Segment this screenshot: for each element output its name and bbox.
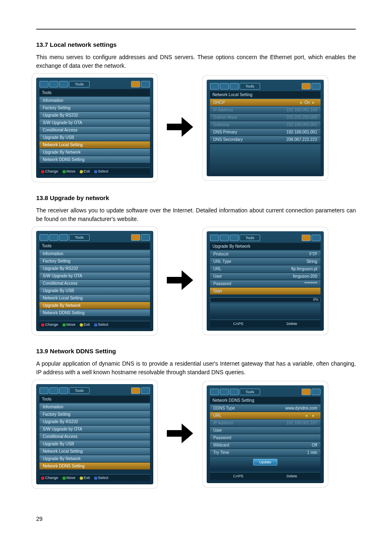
settings-row[interactable]: URL◄► bbox=[210, 412, 321, 419]
row-value: ******** bbox=[304, 281, 317, 286]
row-key: Start bbox=[213, 289, 222, 293]
settings-row[interactable]: DNS Secondary208.067.222.222 bbox=[210, 136, 321, 143]
heading-139: 13.9 Network DDNS Setting bbox=[36, 348, 356, 355]
row-key: URL Type bbox=[213, 259, 231, 264]
page-content: 13.7 Local network settings This menu se… bbox=[36, 41, 356, 501]
tools-menu-item[interactable]: Upgrade By RS232 bbox=[39, 418, 150, 426]
tools-menu-item[interactable]: S/W Upgrade by OTA bbox=[39, 119, 150, 127]
tools-menu-item[interactable]: Upgrade By Network bbox=[39, 302, 150, 309]
row-key: DDNS Type bbox=[213, 406, 235, 410]
tools-menu-item[interactable]: Network Local Setting bbox=[39, 295, 150, 302]
tools-menu-item[interactable]: Upgrade By USB bbox=[39, 134, 150, 141]
tools-panel-137: Tools Tools InformationFactory SettingUp… bbox=[36, 78, 153, 178]
chevron-left-icon[interactable]: ◄ bbox=[297, 100, 304, 105]
settings-row[interactable]: ProtocolFTP bbox=[210, 251, 321, 258]
progress-pct: 0% bbox=[313, 297, 318, 302]
tools-menu-item[interactable]: Network Local Setting bbox=[39, 448, 150, 455]
para-137: This menu serves to configure addresses … bbox=[36, 53, 356, 70]
settings-row[interactable]: DNS Primary192.168.001.001 bbox=[210, 129, 321, 136]
tab-icon bbox=[230, 235, 239, 241]
tools-menu-item[interactable]: Conditional Access bbox=[39, 433, 150, 440]
tools-menu-item[interactable]: Information bbox=[39, 97, 150, 104]
tools-menu-item[interactable]: Network DDNS Setting bbox=[39, 156, 150, 164]
panel-tabs: Tools bbox=[210, 389, 321, 395]
network-local-panel: Tools Network Local Setting DHCP◄On►IP A… bbox=[207, 80, 324, 176]
tools-menu-item[interactable]: Factory Setting bbox=[39, 411, 150, 418]
footer-select: Select bbox=[94, 169, 108, 173]
panel-subtitle: Network Local Setting bbox=[210, 91, 321, 98]
footer-select: Select bbox=[94, 322, 108, 327]
tools-menu-item[interactable]: Network DDNS Setting bbox=[39, 463, 150, 470]
tools-menu-item[interactable]: Information bbox=[39, 250, 150, 258]
settings-row[interactable]: IP Address192.168.001.107 bbox=[210, 419, 321, 427]
row-key: Wildcard bbox=[213, 443, 229, 447]
settings-row[interactable]: WildcardOff bbox=[210, 442, 321, 449]
settings-row[interactable]: Password bbox=[210, 434, 321, 442]
ddns-rows: DDNS Typewww.dyndns.comURL◄►IP Address19… bbox=[210, 405, 321, 456]
settings-row[interactable]: Gateway192.168.001.001 bbox=[210, 121, 321, 129]
settings-row[interactable]: URLftp.ferguson.pl bbox=[210, 265, 321, 273]
delete-button[interactable]: Delete bbox=[286, 322, 297, 326]
tools-menu-item[interactable]: S/W Upgrade by OTA bbox=[39, 272, 150, 280]
tab-icon bbox=[302, 389, 311, 395]
heading-138: 13.8 Upgrade by network bbox=[36, 194, 356, 201]
page-divider bbox=[36, 29, 356, 30]
tools-menu-item[interactable]: Conditional Access bbox=[39, 127, 150, 134]
tab-icon bbox=[39, 387, 48, 394]
caps-button[interactable]: CAPS bbox=[233, 322, 244, 326]
tools-menu-item[interactable]: Network Local Setting bbox=[39, 141, 150, 149]
upgrade-rows: ProtocolFTPURL TypeStringURLftp.ferguson… bbox=[210, 251, 321, 295]
chevron-right-icon[interactable]: ► bbox=[310, 100, 317, 105]
settings-row[interactable]: URL TypeString bbox=[210, 258, 321, 265]
row-key: DNS Primary bbox=[213, 130, 237, 134]
settings-row[interactable]: IP Address192.168.001.168 bbox=[210, 106, 321, 114]
tab-icon bbox=[210, 83, 219, 90]
page-number: 29 bbox=[36, 516, 43, 522]
panel-subtitle: Upgrade By Network bbox=[210, 243, 321, 250]
tools-menu-item[interactable]: Conditional Access bbox=[39, 280, 150, 287]
update-button[interactable]: Update bbox=[253, 459, 277, 465]
tools-menu-item[interactable]: S/W Upgrade by OTA bbox=[39, 426, 150, 433]
chevron-right-icon[interactable]: ► bbox=[310, 413, 317, 418]
settings-row[interactable]: User bbox=[210, 427, 321, 434]
tools-menu-item[interactable]: Factory Setting bbox=[39, 258, 150, 265]
tab-icon bbox=[141, 387, 150, 394]
settings-row[interactable]: DHCP◄On► bbox=[210, 99, 321, 106]
tab-icon bbox=[49, 234, 58, 241]
row-value: String bbox=[307, 259, 317, 264]
arrow-icon bbox=[164, 111, 196, 145]
tab-icon bbox=[59, 387, 68, 394]
tools-menu-item[interactable]: Upgrade By USB bbox=[39, 440, 150, 448]
tools-menu-item[interactable]: Upgrade By RS232 bbox=[39, 112, 150, 119]
screens-138: Tools Tools InformationFactory SettingUp… bbox=[36, 231, 356, 331]
tools-menu-item[interactable]: Information bbox=[39, 403, 150, 411]
settings-row[interactable]: Try Time1 min bbox=[210, 449, 321, 456]
tools-menu-item[interactable]: Factory Setting bbox=[39, 104, 150, 112]
tools-menu-item[interactable]: Upgrade By Network bbox=[39, 149, 150, 156]
tab-icon bbox=[131, 234, 140, 241]
tab-tools: Tools bbox=[69, 387, 90, 394]
tools-menu-item[interactable]: Upgrade By RS232 bbox=[39, 265, 150, 272]
settings-row[interactable]: DDNS Typewww.dyndns.com bbox=[210, 405, 321, 412]
delete-button[interactable]: Delete bbox=[286, 474, 297, 478]
row-key: Gateway bbox=[213, 122, 229, 127]
tools-menu-item[interactable]: Network DDNS Setting bbox=[39, 309, 150, 317]
row-value: FTP bbox=[309, 252, 317, 256]
tab-tools: Tools bbox=[240, 235, 260, 241]
panel-footer: Change Move Exit Select bbox=[39, 474, 150, 481]
settings-row[interactable]: Start bbox=[210, 288, 321, 295]
tools-menu-item[interactable]: Upgrade By Network bbox=[39, 455, 150, 463]
footer-exit: Exit bbox=[80, 476, 90, 480]
tab-icon bbox=[230, 389, 239, 395]
tools-menu-item[interactable]: Upgrade By USB bbox=[39, 287, 150, 295]
chevron-left-icon[interactable]: ◄ bbox=[302, 413, 310, 418]
row-key: IP Address bbox=[213, 421, 233, 425]
settings-row[interactable]: Userferguson-200 bbox=[210, 273, 321, 280]
row-key: Try Time bbox=[213, 450, 229, 455]
settings-row[interactable]: Password******** bbox=[210, 280, 321, 288]
footer-change: Change bbox=[41, 476, 58, 480]
settings-row[interactable]: Subnet Mask255.255.255.000 bbox=[210, 114, 321, 121]
caps-button[interactable]: CAPS bbox=[233, 474, 244, 478]
panel-footer: CAPS Delete bbox=[210, 320, 321, 327]
panel-footer: Change Move Exit Select bbox=[39, 321, 150, 328]
